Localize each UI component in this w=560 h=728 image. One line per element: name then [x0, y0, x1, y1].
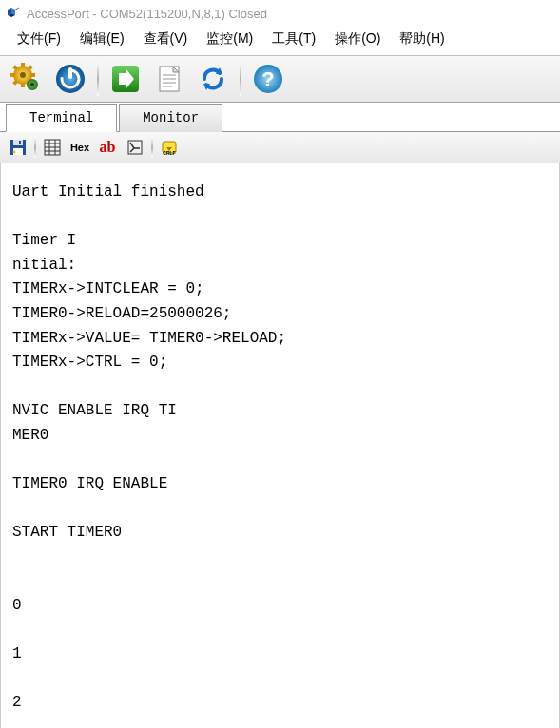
svg-rect-26 [19, 141, 21, 144]
svg-rect-2 [21, 83, 25, 87]
hex-mode-button[interactable]: Hex [68, 136, 92, 159]
refresh-button[interactable] [194, 60, 232, 98]
svg-rect-3 [10, 73, 15, 77]
toolbar-separator [240, 62, 241, 96]
menu-monitor[interactable]: 监控(M) [197, 29, 262, 49]
titlebar: AccessPort - COM52(115200,N,8,1) Closed [0, 0, 560, 27]
toolbar-separator [97, 62, 99, 96]
settings-button[interactable] [8, 60, 46, 98]
main-toolbar: ? [0, 55, 560, 103]
menu-help[interactable]: 帮助(H) [390, 29, 454, 49]
subtoolbar-separator [34, 137, 36, 158]
view-grid-button[interactable] [40, 136, 65, 159]
svg-rect-1 [21, 63, 25, 67]
menu-tools[interactable]: 工具(T) [262, 29, 325, 49]
svg-text:?: ? [261, 67, 274, 91]
menu-operation[interactable]: 操作(O) [325, 29, 390, 49]
svg-point-11 [30, 83, 34, 86]
tab-terminal[interactable]: Terminal [6, 104, 117, 132]
svg-point-27 [13, 151, 16, 154]
crlf-button[interactable]: CRLF [157, 136, 182, 159]
tab-monitor[interactable]: Monitor [119, 104, 222, 132]
sub-toolbar: Hex ab CRLF [0, 132, 560, 163]
svg-rect-24 [13, 140, 23, 145]
tabs: Terminal Monitor [0, 103, 560, 132]
svg-text:CRLF: CRLF [163, 150, 175, 156]
document-button[interactable] [150, 60, 188, 98]
svg-rect-4 [30, 73, 35, 77]
svg-rect-14 [68, 67, 72, 79]
power-button[interactable] [51, 60, 89, 98]
menu-edit[interactable]: 编辑(E) [70, 29, 134, 49]
text-mode-button[interactable]: ab [95, 136, 120, 159]
menubar: 文件(F) 编辑(E) 查看(V) 监控(M) 工具(T) 操作(O) 帮助(H… [0, 27, 560, 55]
titlebar-text: AccessPort - COM52(115200,N,8,1) Closed [27, 7, 267, 21]
clear-button[interactable] [123, 136, 147, 159]
run-button[interactable] [106, 60, 145, 98]
menu-file[interactable]: 文件(F) [8, 29, 70, 49]
ab-label: ab [100, 139, 116, 156]
hex-label: Hex [70, 142, 89, 153]
subtoolbar-separator [151, 137, 153, 158]
app-icon [6, 6, 21, 21]
menu-view[interactable]: 查看(V) [134, 29, 198, 49]
terminal-output[interactable]: Uart Initial finished Timer I nitial: TI… [0, 163, 560, 728]
save-button[interactable] [6, 136, 30, 159]
help-button[interactable]: ? [249, 60, 287, 98]
svg-point-9 [20, 72, 26, 78]
